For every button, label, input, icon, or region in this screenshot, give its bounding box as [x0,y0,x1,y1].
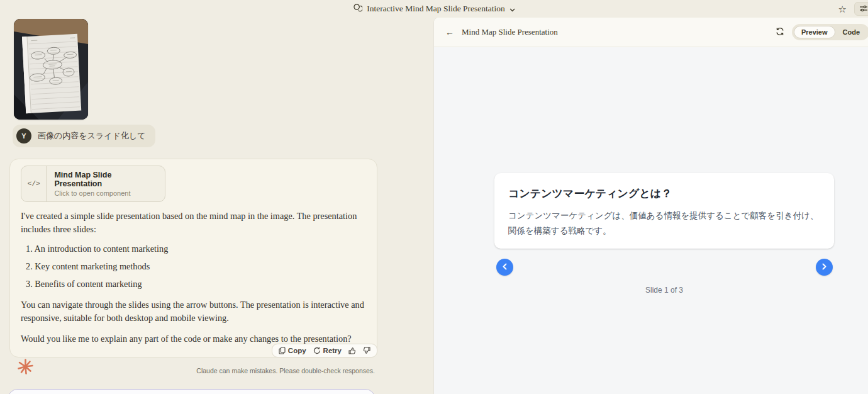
assistant-message-text: I've created a simple slide presentation… [21,210,364,346]
retry-button[interactable]: Retry [313,347,342,354]
thumbs-up-icon [348,347,356,354]
preview-code-toggle: Preview Code [792,24,868,40]
star-icon: ☆ [838,4,847,14]
artifact-card-subtitle: Click to open component [54,189,157,197]
artifact-preview-area: コンテンツマーケティングとは？ コンテンツマーケティングは、価値ある情報を提供す… [434,47,868,394]
list-item: 2. Key content marketing methods [26,260,364,273]
back-button[interactable]: ← [445,27,454,37]
thumbs-up-button[interactable] [348,347,356,354]
conversation-title: Interactive Mind Map Slide Presentation [367,4,505,14]
star-button[interactable]: ☆ [837,3,848,15]
message-actions: Copy Retry [272,344,377,357]
back-arrow-icon: ← [445,27,454,37]
slide-body-text: コンテンツマーケティングは、価値ある情報を提供することで顧客を引き付け、関係を構… [508,208,820,239]
refresh-button[interactable] [776,27,784,38]
assistant-message: </> Mind Map Slide Presentation Click to… [9,159,377,357]
next-slide-button[interactable] [816,259,833,276]
user-message: Y 画像の内容をスライド化して [13,125,155,147]
notebook-mindmap-photo [14,19,88,120]
slide-counter: Slide 1 of 3 [494,286,834,295]
list-item: 3. Benefits of content marketing [26,278,364,291]
artifact-title: Mind Map Slide Presentation [462,27,558,37]
user-message-bubble: Y 画像の内容をスライド化して [13,125,155,147]
sliders-icon [859,4,868,14]
chevron-down-icon [509,3,515,14]
previous-slide-button[interactable] [496,259,513,276]
chats-icon [353,3,362,15]
artifact-panel: ← Mind Map Slide Presentation Preview Co… [434,18,868,394]
preview-tab[interactable]: Preview [794,26,835,38]
thumbs-down-icon [363,347,370,354]
slide-card: コンテンツマーケティングとは？ コンテンツマーケティングは、価値ある情報を提供す… [494,173,834,249]
refresh-icon [776,27,784,38]
artifact-header: ← Mind Map Slide Presentation Preview Co… [434,18,868,47]
slide-heading: コンテンツマーケティングとは？ [508,186,820,201]
artifact-card-title: Mind Map Slide Presentation [54,171,157,188]
slide-list: 1. An introduction to content marketing … [26,242,364,291]
code-tab[interactable]: Code [835,26,868,38]
user-avatar: Y [16,128,31,144]
chevron-right-icon [821,262,827,272]
copy-icon [279,347,286,354]
settings-sliders-button[interactable] [854,2,868,16]
chat-panel: Y 画像の内容をスライド化して </> Mind Map Slide Prese… [0,18,434,394]
retry-icon [313,347,321,354]
top-bar: Interactive Mind Map Slide Presentation … [0,0,868,18]
conversation-title-menu[interactable]: Interactive Mind Map Slide Presentation [353,0,515,18]
thumbs-down-button[interactable] [363,347,370,354]
user-message-text: 画像の内容をスライド化して [38,130,145,142]
artifact-open-card[interactable]: </> Mind Map Slide Presentation Click to… [21,166,165,202]
list-item: 1. An introduction to content marketing [26,242,364,256]
assistant-paragraph: I've created a simple slide presentation… [21,210,364,236]
message-composer-input[interactable] [8,389,376,394]
assistant-paragraph: You can navigate through the slides usin… [21,298,364,325]
code-icon: </> [21,166,47,201]
disclaimer-text: Claude can make mistakes. Please double-… [0,367,375,374]
uploaded-image-thumbnail[interactable] [14,19,88,120]
chevron-left-icon [502,262,508,272]
copy-button[interactable]: Copy [279,347,306,354]
